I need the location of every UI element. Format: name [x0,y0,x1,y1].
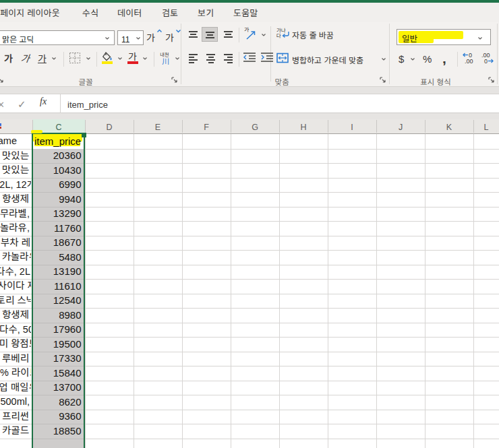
comma-style-button[interactable]: , [442,47,446,67]
number-dialog-launcher[interactable] [488,77,495,84]
column-header-J[interactable]: J [376,119,425,133]
decrease-decimal-button[interactable]: .000 [480,52,496,65]
cell-c9[interactable]: 5480 [33,250,84,265]
cell-c2[interactable]: 20360 [33,149,84,164]
orientation-dropdown-icon[interactable] [261,33,266,37]
tab-review[interactable]: 검토 [162,3,178,22]
icon-part [156,29,163,33]
font-color-button[interactable]: 가 [127,51,140,65]
column-header-K[interactable]: K [425,119,473,133]
cell-b13[interactable]: 항생제 [0,308,31,323]
shrink-font-button[interactable]: 가 [165,28,181,44]
cell-b17[interactable]: % 라이트 [0,366,31,381]
cell-c17[interactable]: 15840 [33,366,84,381]
cell-b15[interactable]: 미 왕점보 [0,337,31,352]
orientation-button[interactable]: 가 [244,28,259,42]
cell-c16[interactable]: 17330 [33,352,84,366]
cell-c10[interactable]: 13190 [33,265,84,280]
cell-b3[interactable]: 맛있는 [0,163,31,178]
cell-b18[interactable]: 업 매일우 [0,381,31,395]
cell-c12[interactable]: 12540 [33,294,84,309]
cell-b14[interactable]: 다수, 50 [0,323,31,338]
phonetic-dropdown-icon[interactable] [175,57,180,61]
cell-c11[interactable]: 11610 [33,279,84,294]
cell-b19[interactable]: 500ml, [0,395,31,410]
cell-b2[interactable]: 맛있는 [0,149,31,164]
column-header-F[interactable]: F [182,119,231,133]
formula-enter-button[interactable]: ✓ [18,96,26,110]
column-header-B[interactable] [0,119,32,133]
fill-color-button[interactable] [102,51,115,65]
cell-b4[interactable]: 2L, 12개 [0,178,31,193]
cell-c4[interactable]: 6990 [33,178,84,193]
cell-c15[interactable]: 19500 [33,337,84,352]
cell-c5[interactable]: 9940 [33,192,84,207]
tab-help[interactable]: 도움말 [233,3,258,22]
number-format-combobox[interactable]: 일반 [397,29,491,45]
cell-c21[interactable]: 18850 [33,424,84,439]
column-header-D[interactable]: D [85,119,134,133]
cell-b11[interactable]: 사이다 제 [0,279,31,294]
cell-c18[interactable]: 13700 [33,381,84,395]
underline-button[interactable]: 가 [38,51,50,65]
font-size-combobox[interactable]: 11 [117,30,144,45]
borders-dropdown-icon[interactable] [86,57,91,61]
underline-dropdown-icon[interactable] [51,57,57,61]
borders-button[interactable] [69,52,82,65]
cell-c6[interactable]: 13290 [33,207,84,222]
font-color-dropdown-icon[interactable] [142,57,148,61]
cell-b12[interactable]: 토리 스낵 [0,294,31,309]
font-size-dropdown-icon[interactable] [136,36,141,40]
number-format-dropdown-icon[interactable] [477,36,483,40]
font-size-value: 11 [121,33,129,44]
increase-decimal-button[interactable]: 0.00 [462,52,478,65]
cell-c8[interactable]: 18670 [33,236,84,251]
cell-b5[interactable]: 항생제 [0,192,31,207]
fill-color-dropdown-icon[interactable] [117,57,123,61]
number-group-label: 표시 형식 [402,76,469,87]
cell-c13[interactable]: 8980 [33,308,84,323]
bold-button[interactable]: 가 [4,51,13,65]
cell-b16[interactable]: 루베리 [0,352,31,366]
cell-b6[interactable]: 무라벨, [0,207,31,222]
cell-b20[interactable]: 프리썬 [0,410,31,424]
column-header-E[interactable]: E [134,119,182,133]
grow-font-button[interactable]: 가 [146,28,163,44]
cell-c3[interactable]: 10430 [33,163,84,178]
column-header-G[interactable]: G [231,119,279,133]
formula-cancel-button[interactable]: ✕ [0,98,5,110]
cell-b7[interactable]: 놀라유, [0,221,31,236]
formula-input[interactable]: item_price [67,98,108,110]
tab-data[interactable]: 데이터 [117,3,142,22]
cell-c20[interactable]: 9360 [33,410,84,424]
alignment-dialog-launcher[interactable] [380,77,386,84]
cell-c19[interactable]: 8620 [33,395,84,410]
increase-indent-button[interactable] [260,52,275,65]
cell-b9[interactable]: 카놀라유 [0,250,31,265]
cell-c14[interactable]: 17960 [33,323,84,338]
insert-function-button[interactable]: fx [40,96,47,107]
cell-c1[interactable]: item_price [33,134,84,149]
cell-b8[interactable]: 부차 레 [0,236,31,251]
column-header-I[interactable]: I [328,119,376,133]
column-header-H[interactable]: H [279,119,328,133]
font-dialog-launcher[interactable] [171,77,178,84]
decrease-indent-button[interactable] [243,52,258,65]
font-name-combobox[interactable]: 맑은 고딕 [0,30,115,45]
align-middle-button[interactable] [202,27,218,42]
tab-page-layout[interactable]: 페이지 레이아웃 [0,3,60,22]
phonetic-guide-button[interactable]: 내천川 [160,51,173,65]
merge-center-dropdown-icon[interactable] [381,57,386,61]
column-header-L[interactable]: L [473,119,499,133]
italic-button[interactable]: 가 [20,51,31,65]
currency-format-button[interactable]: $ [399,51,419,66]
tab-formulas[interactable]: 수식 [82,3,98,22]
cell-b10[interactable]: 다수, 2L [0,265,31,280]
cell-c7[interactable]: 11760 [33,221,84,236]
cell-b1[interactable]: item_name [0,134,31,149]
currency-dropdown-icon[interactable] [410,57,415,61]
percent-style-button[interactable]: % [423,51,432,65]
font-name-dropdown-icon[interactable] [105,36,110,40]
cell-b21[interactable]: 카골드 [0,424,31,439]
tab-view[interactable]: 보기 [198,3,214,22]
